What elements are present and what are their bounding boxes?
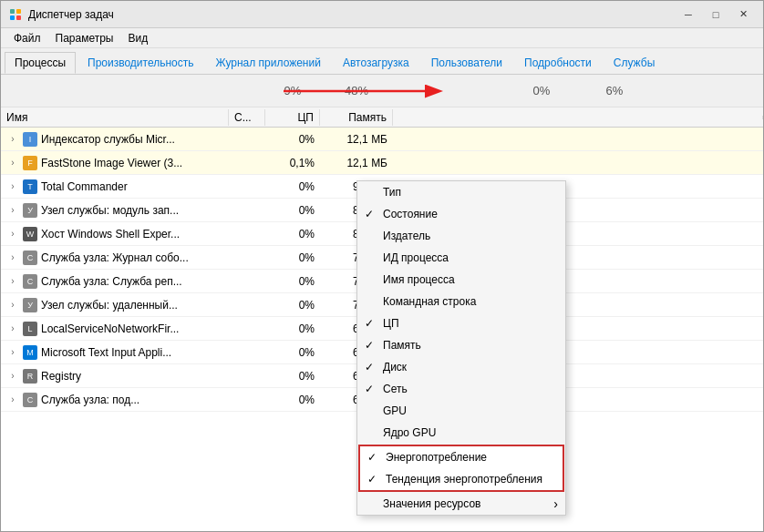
th-name[interactable]: Имя [1, 109, 229, 126]
close-button[interactable]: ✕ [730, 5, 756, 24]
content-area: › I Индексатор службы Micr... 0% 12,1 МБ… [1, 128, 763, 531]
td-name: › W Хост Windows Shell Exper... [1, 225, 229, 243]
expand-icon[interactable]: › [6, 394, 19, 406]
th-cpu[interactable]: ЦП [265, 109, 320, 126]
window-title: Диспетчер задач [28, 8, 676, 21]
ctx-energy[interactable]: Энергопотребление [360, 446, 563, 468]
td-name: › С Служба узла: Журнал собо... [1, 249, 229, 267]
td-cpu: 0% [265, 392, 320, 408]
th-status[interactable]: С... [229, 109, 265, 126]
td-status [229, 398, 265, 402]
process-icon: С [23, 393, 37, 407]
td-cpu: 0% [265, 250, 320, 266]
expand-icon[interactable]: › [6, 346, 19, 359]
expand-icon[interactable]: › [6, 370, 19, 383]
td-cpu: 0% [265, 273, 320, 290]
process-icon: F [23, 156, 37, 170]
expand-icon[interactable]: › [6, 133, 19, 146]
ctx-resvalues[interactable]: Значения ресурсов [357, 493, 565, 515]
ctx-gpucore[interactable]: Ядро GPU [357, 422, 565, 444]
td-cpu: 0% [265, 226, 320, 242]
td-name: › С Служба узла: Служба реп... [1, 272, 229, 291]
tab-services[interactable]: Службы [604, 52, 665, 74]
table-row[interactable]: › F FastStone Image Viewer (3... 0,1% 12… [1, 151, 763, 175]
td-memory: 12,1 МБ [320, 155, 393, 171]
td-status [229, 303, 265, 307]
td-name: › M Microsoft Text Input Appli... [1, 343, 229, 362]
expand-icon[interactable]: › [6, 322, 19, 335]
process-icon: У [23, 203, 37, 218]
td-status [229, 185, 265, 189]
app-icon [8, 7, 23, 22]
tab-processes[interactable]: Процессы [5, 52, 76, 74]
ctx-gpu[interactable]: GPU [357, 400, 565, 422]
usage-cpu: 9% [265, 84, 320, 97]
expand-icon[interactable]: › [6, 180, 19, 193]
process-icon: У [23, 298, 37, 312]
menu-view[interactable]: Вид [120, 30, 155, 46]
maximize-button[interactable]: □ [703, 5, 728, 24]
process-icon: L [23, 322, 37, 336]
td-status [229, 351, 265, 354]
th-extra [393, 116, 763, 119]
td-status [229, 232, 265, 236]
context-menu: Тип Состояние Издатель ИД процесса Имя п… [356, 180, 566, 516]
td-status [229, 209, 265, 212]
ctx-type[interactable]: Тип [357, 181, 565, 203]
process-icon: С [23, 251, 37, 265]
usage-mem: 48% [320, 84, 393, 97]
td-cpu: 0% [265, 202, 320, 219]
td-name: › С Служба узла: под... [1, 391, 229, 409]
ctx-status[interactable]: Состояние [357, 203, 565, 225]
ctx-cmdline[interactable]: Командная строка [357, 291, 565, 312]
expand-icon[interactable]: › [6, 157, 19, 169]
ctx-procname[interactable]: Имя процесса [357, 269, 565, 291]
td-status [229, 138, 265, 141]
ctx-cpu[interactable]: ЦП [357, 312, 565, 334]
td-name: › У Узел службы: удаленный... [1, 296, 229, 314]
td-cpu: 0% [265, 321, 320, 337]
expand-icon[interactable]: › [6, 204, 19, 217]
process-icon: T [23, 179, 37, 194]
td-status [229, 327, 265, 331]
tab-app-history[interactable]: Журнал приложений [206, 52, 331, 74]
ctx-pid[interactable]: ИД процесса [357, 247, 565, 269]
td-memory: 12,1 МБ [320, 131, 393, 148]
th-memory[interactable]: Память [320, 109, 393, 126]
menu-bar: Файл Параметры Вид [1, 28, 763, 48]
td-status [229, 374, 265, 378]
expand-icon[interactable]: › [6, 228, 19, 240]
td-cpu: 0% [265, 344, 320, 361]
tab-performance[interactable]: Производительность [77, 52, 203, 74]
tab-autostart[interactable]: Автозагрузка [333, 52, 419, 74]
td-name: › У Узел службы: модуль зап... [1, 201, 229, 220]
td-cpu: 0% [265, 179, 320, 195]
usage-net: 6% [578, 84, 651, 97]
menu-file[interactable]: Файл [6, 30, 48, 46]
menu-params[interactable]: Параметры [48, 30, 121, 46]
expand-icon[interactable]: › [6, 275, 19, 288]
process-icon: I [23, 132, 37, 147]
process-icon: R [23, 369, 37, 384]
usage-disk: 0% [505, 84, 578, 97]
ctx-disk[interactable]: Диск [357, 356, 565, 378]
table-row[interactable]: › I Индексатор службы Micr... 0% 12,1 МБ [1, 128, 763, 151]
td-cpu: 0% [265, 131, 320, 148]
ctx-memory[interactable]: Память [357, 334, 565, 356]
ctx-network[interactable]: Сеть [357, 378, 565, 400]
td-name: › T Total Commander [1, 178, 229, 196]
task-manager-window: Диспетчер задач ─ □ ✕ Файл Параметры Вид… [0, 0, 764, 532]
td-cpu: 0% [265, 368, 320, 384]
tabs-bar: Процессы Производительность Журнал прило… [1, 48, 763, 75]
tab-users[interactable]: Пользователи [421, 52, 512, 74]
ctx-publisher[interactable]: Издатель [357, 225, 565, 247]
expand-icon[interactable]: › [6, 299, 19, 312]
process-icon: W [23, 227, 37, 241]
tab-details[interactable]: Подробности [514, 52, 602, 74]
minimize-button[interactable]: ─ [676, 5, 701, 24]
ctx-energytrend[interactable]: Тенденция энергопотребления [360, 468, 563, 490]
expand-icon[interactable]: › [6, 251, 19, 264]
svg-rect-0 [10, 9, 15, 14]
process-icon: С [23, 274, 37, 289]
td-name: › I Индексатор службы Micr... [1, 130, 229, 148]
